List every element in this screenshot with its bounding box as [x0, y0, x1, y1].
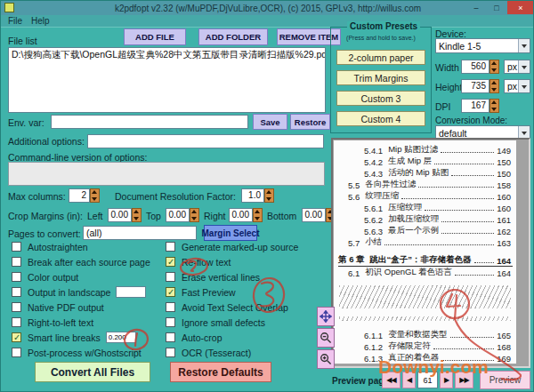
- toc-title: 各向异性过滤: [365, 179, 416, 190]
- checkbox[interactable]: [12, 317, 21, 327]
- chevron-down-icon[interactable]: [518, 80, 530, 92]
- option-row: Fast Preview: [166, 284, 326, 300]
- option-label: Post-process w/Ghostscript: [28, 348, 142, 358]
- checkbox[interactable]: [166, 302, 175, 312]
- spin-arrows-icon[interactable]: [490, 60, 499, 74]
- app-window: k2pdfopt v2.32 (w/MuPDF,DjVuLibre,OCR), …: [0, 0, 534, 392]
- crop-top-stepper[interactable]: 0.00: [166, 208, 199, 222]
- toc-title: 初识 OpenGL 着色语言: [365, 267, 452, 278]
- width-label: Width: [435, 62, 459, 73]
- close-button[interactable]: ×: [507, 1, 534, 14]
- toc-entry: 5.7 小结 163: [348, 236, 513, 248]
- toc-entry: 5.5 各向异性过滤 158: [348, 179, 513, 190]
- option-label: Auto-crop: [182, 332, 222, 343]
- width-unit-select[interactable]: px: [504, 60, 530, 74]
- env-save-button[interactable]: Save: [253, 114, 287, 130]
- minimize-button[interactable]: –: [466, 1, 486, 14]
- pages-to-convert-label: Pages to convert:: [8, 228, 81, 239]
- option-row: OCR (Tesseract): [166, 345, 326, 360]
- toc-entry: 6.1 初识 OpenGL 着色语言 164: [348, 267, 513, 278]
- toc-title: 最后一个示例: [388, 225, 439, 236]
- doc-res-stepper[interactable]: 1.0: [241, 188, 274, 203]
- spin-arrows-icon[interactable]: [253, 208, 263, 222]
- hatched-region: [339, 316, 511, 321]
- env-var-input[interactable]: [51, 115, 248, 129]
- checkbox[interactable]: [12, 287, 21, 297]
- pan-button[interactable]: [317, 307, 335, 326]
- file-list-box[interactable]: D:\搜狗高速下载\OpenGL超级宝典%28中文第五版带目录清晰扫描版%29.…: [8, 47, 326, 113]
- checkbox[interactable]: [12, 302, 21, 312]
- toc-page-number: 162: [497, 227, 513, 236]
- crop-right-stepper[interactable]: 0.00: [229, 208, 263, 222]
- checkbox[interactable]: [12, 257, 21, 267]
- height-unit-select[interactable]: px: [504, 79, 530, 93]
- toc-title: 跳出“盒子”：非存储着色器: [370, 254, 472, 266]
- pages-to-convert-input[interactable]: [83, 226, 197, 240]
- checkbox[interactable]: [166, 348, 175, 357]
- restore-defaults-button[interactable]: Restore Defaults: [170, 362, 271, 382]
- toc-number: 5.6.2: [364, 215, 383, 225]
- spin-arrows-icon[interactable]: [264, 188, 274, 203]
- toc-entry: 5.4.1 Mip 贴图过滤 149: [364, 144, 513, 156]
- checkbox[interactable]: [166, 287, 175, 297]
- option-value-input[interactable]: [106, 332, 136, 343]
- toc-page-number: 161: [497, 215, 513, 225]
- preset-button-1[interactable]: 2-column paper: [336, 50, 425, 65]
- toc-leader-dots: [450, 337, 495, 338]
- checkbox[interactable]: [166, 317, 175, 327]
- checkbox[interactable]: [166, 257, 175, 267]
- preset-button-4[interactable]: Custom 4: [336, 111, 425, 126]
- checkbox[interactable]: [166, 272, 175, 282]
- width-unit-value: px: [507, 61, 517, 72]
- toc-number: 5.4.3: [364, 169, 383, 179]
- crop-left-stepper[interactable]: 0.00: [108, 208, 142, 222]
- option-label: Native PDF output: [28, 302, 104, 313]
- toc-top: 5.4.1 Mip 贴图过滤 149 5.4.2 生成 Mip 层 150 5.: [337, 144, 513, 278]
- option-value-input[interactable]: [116, 286, 146, 298]
- spin-arrows-icon[interactable]: [490, 99, 499, 113]
- toc-leader-dots: [434, 164, 494, 164]
- preset-button-2[interactable]: Trim Margins: [336, 70, 425, 85]
- additional-options-input[interactable]: [87, 134, 324, 148]
- file-list-entry[interactable]: D:\搜狗高速下载\OpenGL超级宝典%28中文第五版带目录清晰扫描版%29.…: [12, 49, 326, 60]
- menu-file[interactable]: File: [8, 16, 22, 26]
- width-stepper[interactable]: 560: [461, 60, 499, 74]
- env-restore-button[interactable]: Restore: [290, 114, 330, 130]
- spin-arrows-icon[interactable]: [132, 208, 142, 222]
- add-file-button[interactable]: ADD FILE: [124, 28, 186, 45]
- zoom-in-button[interactable]: [317, 349, 335, 369]
- spin-arrows-icon[interactable]: [90, 188, 100, 203]
- checkbox[interactable]: [166, 332, 175, 342]
- checkbox[interactable]: [12, 332, 21, 342]
- checkbox[interactable]: [12, 242, 21, 252]
- maximize-button[interactable]: □: [487, 1, 506, 14]
- option-row: Break after each source page: [12, 254, 165, 269]
- menu-help[interactable]: Help: [31, 16, 50, 26]
- max-columns-stepper[interactable]: 2: [69, 188, 100, 203]
- spin-arrows-icon[interactable]: [190, 208, 199, 222]
- file-list-label: File list: [8, 36, 37, 46]
- height-unit-value: px: [507, 81, 517, 92]
- device-select[interactable]: Kindle 1-5: [435, 38, 530, 53]
- doc-res-label: Document Resolution Factor:: [115, 191, 236, 202]
- custom-presets-title: Custom Presets: [347, 21, 420, 31]
- zoom-out-button[interactable]: [317, 328, 335, 348]
- toc-page-number: 149: [497, 146, 513, 156]
- toc-page-number: 160: [497, 192, 513, 202]
- height-stepper[interactable]: 735: [461, 79, 499, 93]
- preset-button-3[interactable]: Custom 3: [336, 91, 425, 106]
- chevron-down-icon[interactable]: [518, 39, 530, 52]
- env-var-label: Env. var:: [8, 117, 44, 128]
- dpi-stepper[interactable]: 167: [461, 99, 499, 113]
- chevron-down-icon[interactable]: [518, 60, 530, 73]
- checkbox[interactable]: [12, 348, 21, 357]
- option-label: Avoid Text Select Overlap: [182, 302, 288, 313]
- checkbox[interactable]: [12, 272, 21, 282]
- toc-page-number: 168: [497, 342, 513, 352]
- spin-arrows-icon[interactable]: [490, 79, 499, 93]
- convert-all-files-button[interactable]: Convert All Files: [35, 362, 150, 382]
- add-folder-button[interactable]: ADD FOLDER: [198, 28, 268, 45]
- cmdline-box: [8, 162, 325, 186]
- conversion-mode-value: default: [439, 128, 467, 139]
- checkbox[interactable]: [166, 242, 175, 252]
